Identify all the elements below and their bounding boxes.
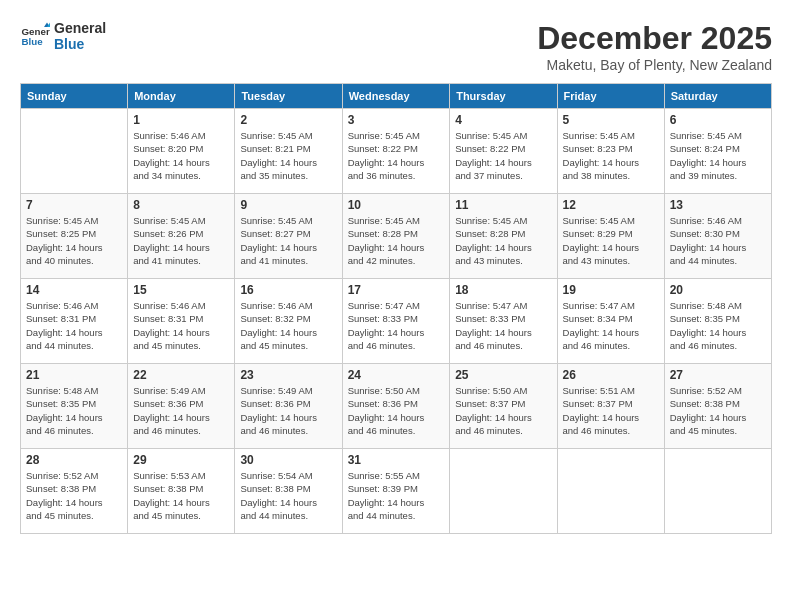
day-info: Sunrise: 5:50 AM Sunset: 8:37 PM Dayligh…: [455, 384, 551, 437]
day-number: 20: [670, 283, 766, 297]
calendar-cell: 5Sunrise: 5:45 AM Sunset: 8:23 PM Daylig…: [557, 109, 664, 194]
day-info: Sunrise: 5:46 AM Sunset: 8:31 PM Dayligh…: [26, 299, 122, 352]
day-info: Sunrise: 5:45 AM Sunset: 8:26 PM Dayligh…: [133, 214, 229, 267]
day-number: 6: [670, 113, 766, 127]
calendar-cell: 14Sunrise: 5:46 AM Sunset: 8:31 PM Dayli…: [21, 279, 128, 364]
calendar-cell: 25Sunrise: 5:50 AM Sunset: 8:37 PM Dayli…: [450, 364, 557, 449]
day-info: Sunrise: 5:45 AM Sunset: 8:25 PM Dayligh…: [26, 214, 122, 267]
day-info: Sunrise: 5:51 AM Sunset: 8:37 PM Dayligh…: [563, 384, 659, 437]
calendar-cell: 26Sunrise: 5:51 AM Sunset: 8:37 PM Dayli…: [557, 364, 664, 449]
day-info: Sunrise: 5:52 AM Sunset: 8:38 PM Dayligh…: [670, 384, 766, 437]
logo-line1: General: [54, 20, 106, 36]
day-info: Sunrise: 5:53 AM Sunset: 8:38 PM Dayligh…: [133, 469, 229, 522]
day-info: Sunrise: 5:47 AM Sunset: 8:33 PM Dayligh…: [455, 299, 551, 352]
day-number: 10: [348, 198, 445, 212]
day-info: Sunrise: 5:49 AM Sunset: 8:36 PM Dayligh…: [240, 384, 336, 437]
day-number: 7: [26, 198, 122, 212]
day-number: 21: [26, 368, 122, 382]
calendar-cell: 13Sunrise: 5:46 AM Sunset: 8:30 PM Dayli…: [664, 194, 771, 279]
day-number: 31: [348, 453, 445, 467]
day-number: 25: [455, 368, 551, 382]
calendar-cell: 16Sunrise: 5:46 AM Sunset: 8:32 PM Dayli…: [235, 279, 342, 364]
day-number: 12: [563, 198, 659, 212]
day-info: Sunrise: 5:45 AM Sunset: 8:21 PM Dayligh…: [240, 129, 336, 182]
calendar-week-5: 28Sunrise: 5:52 AM Sunset: 8:38 PM Dayli…: [21, 449, 772, 534]
day-info: Sunrise: 5:45 AM Sunset: 8:22 PM Dayligh…: [455, 129, 551, 182]
page-header: General Blue General Blue December 2025 …: [20, 20, 772, 73]
calendar-table: SundayMondayTuesdayWednesdayThursdayFrid…: [20, 83, 772, 534]
calendar-cell: 30Sunrise: 5:54 AM Sunset: 8:38 PM Dayli…: [235, 449, 342, 534]
day-number: 15: [133, 283, 229, 297]
calendar-header-row: SundayMondayTuesdayWednesdayThursdayFrid…: [21, 84, 772, 109]
header-thursday: Thursday: [450, 84, 557, 109]
location-subtitle: Maketu, Bay of Plenty, New Zealand: [537, 57, 772, 73]
day-number: 17: [348, 283, 445, 297]
day-info: Sunrise: 5:45 AM Sunset: 8:28 PM Dayligh…: [348, 214, 445, 267]
logo-line2: Blue: [54, 36, 106, 52]
header-monday: Monday: [128, 84, 235, 109]
day-number: 4: [455, 113, 551, 127]
calendar-cell: 9Sunrise: 5:45 AM Sunset: 8:27 PM Daylig…: [235, 194, 342, 279]
calendar-cell: 11Sunrise: 5:45 AM Sunset: 8:28 PM Dayli…: [450, 194, 557, 279]
day-info: Sunrise: 5:45 AM Sunset: 8:23 PM Dayligh…: [563, 129, 659, 182]
day-number: 30: [240, 453, 336, 467]
svg-text:Blue: Blue: [22, 36, 44, 47]
day-number: 28: [26, 453, 122, 467]
calendar-cell: 28Sunrise: 5:52 AM Sunset: 8:38 PM Dayli…: [21, 449, 128, 534]
day-number: 18: [455, 283, 551, 297]
calendar-cell: 31Sunrise: 5:55 AM Sunset: 8:39 PM Dayli…: [342, 449, 450, 534]
day-number: 22: [133, 368, 229, 382]
day-info: Sunrise: 5:45 AM Sunset: 8:22 PM Dayligh…: [348, 129, 445, 182]
header-friday: Friday: [557, 84, 664, 109]
day-info: Sunrise: 5:45 AM Sunset: 8:24 PM Dayligh…: [670, 129, 766, 182]
day-number: 11: [455, 198, 551, 212]
day-number: 29: [133, 453, 229, 467]
day-info: Sunrise: 5:54 AM Sunset: 8:38 PM Dayligh…: [240, 469, 336, 522]
day-number: 1: [133, 113, 229, 127]
day-info: Sunrise: 5:45 AM Sunset: 8:29 PM Dayligh…: [563, 214, 659, 267]
day-info: Sunrise: 5:46 AM Sunset: 8:31 PM Dayligh…: [133, 299, 229, 352]
day-info: Sunrise: 5:45 AM Sunset: 8:27 PM Dayligh…: [240, 214, 336, 267]
calendar-cell: 10Sunrise: 5:45 AM Sunset: 8:28 PM Dayli…: [342, 194, 450, 279]
calendar-cell: 2Sunrise: 5:45 AM Sunset: 8:21 PM Daylig…: [235, 109, 342, 194]
header-tuesday: Tuesday: [235, 84, 342, 109]
calendar-cell: 29Sunrise: 5:53 AM Sunset: 8:38 PM Dayli…: [128, 449, 235, 534]
day-info: Sunrise: 5:47 AM Sunset: 8:33 PM Dayligh…: [348, 299, 445, 352]
calendar-cell: [557, 449, 664, 534]
calendar-cell: [664, 449, 771, 534]
calendar-week-1: 1Sunrise: 5:46 AM Sunset: 8:20 PM Daylig…: [21, 109, 772, 194]
day-number: 24: [348, 368, 445, 382]
calendar-cell: 7Sunrise: 5:45 AM Sunset: 8:25 PM Daylig…: [21, 194, 128, 279]
day-info: Sunrise: 5:47 AM Sunset: 8:34 PM Dayligh…: [563, 299, 659, 352]
day-number: 13: [670, 198, 766, 212]
day-info: Sunrise: 5:46 AM Sunset: 8:30 PM Dayligh…: [670, 214, 766, 267]
header-saturday: Saturday: [664, 84, 771, 109]
calendar-week-3: 14Sunrise: 5:46 AM Sunset: 8:31 PM Dayli…: [21, 279, 772, 364]
day-number: 9: [240, 198, 336, 212]
calendar-week-4: 21Sunrise: 5:48 AM Sunset: 8:35 PM Dayli…: [21, 364, 772, 449]
title-block: December 2025 Maketu, Bay of Plenty, New…: [537, 20, 772, 73]
calendar-cell: [21, 109, 128, 194]
day-number: 19: [563, 283, 659, 297]
calendar-cell: 27Sunrise: 5:52 AM Sunset: 8:38 PM Dayli…: [664, 364, 771, 449]
day-info: Sunrise: 5:48 AM Sunset: 8:35 PM Dayligh…: [26, 384, 122, 437]
day-number: 26: [563, 368, 659, 382]
day-number: 16: [240, 283, 336, 297]
day-number: 23: [240, 368, 336, 382]
calendar-cell: 6Sunrise: 5:45 AM Sunset: 8:24 PM Daylig…: [664, 109, 771, 194]
calendar-cell: 12Sunrise: 5:45 AM Sunset: 8:29 PM Dayli…: [557, 194, 664, 279]
calendar-cell: 19Sunrise: 5:47 AM Sunset: 8:34 PM Dayli…: [557, 279, 664, 364]
calendar-week-2: 7Sunrise: 5:45 AM Sunset: 8:25 PM Daylig…: [21, 194, 772, 279]
calendar-cell: 24Sunrise: 5:50 AM Sunset: 8:36 PM Dayli…: [342, 364, 450, 449]
calendar-cell: 18Sunrise: 5:47 AM Sunset: 8:33 PM Dayli…: [450, 279, 557, 364]
logo-icon: General Blue: [20, 21, 50, 51]
month-title: December 2025: [537, 20, 772, 57]
calendar-cell: [450, 449, 557, 534]
day-info: Sunrise: 5:45 AM Sunset: 8:28 PM Dayligh…: [455, 214, 551, 267]
day-number: 2: [240, 113, 336, 127]
logo: General Blue General Blue: [20, 20, 106, 52]
day-info: Sunrise: 5:49 AM Sunset: 8:36 PM Dayligh…: [133, 384, 229, 437]
day-info: Sunrise: 5:55 AM Sunset: 8:39 PM Dayligh…: [348, 469, 445, 522]
calendar-cell: 8Sunrise: 5:45 AM Sunset: 8:26 PM Daylig…: [128, 194, 235, 279]
svg-text:General: General: [22, 26, 51, 37]
